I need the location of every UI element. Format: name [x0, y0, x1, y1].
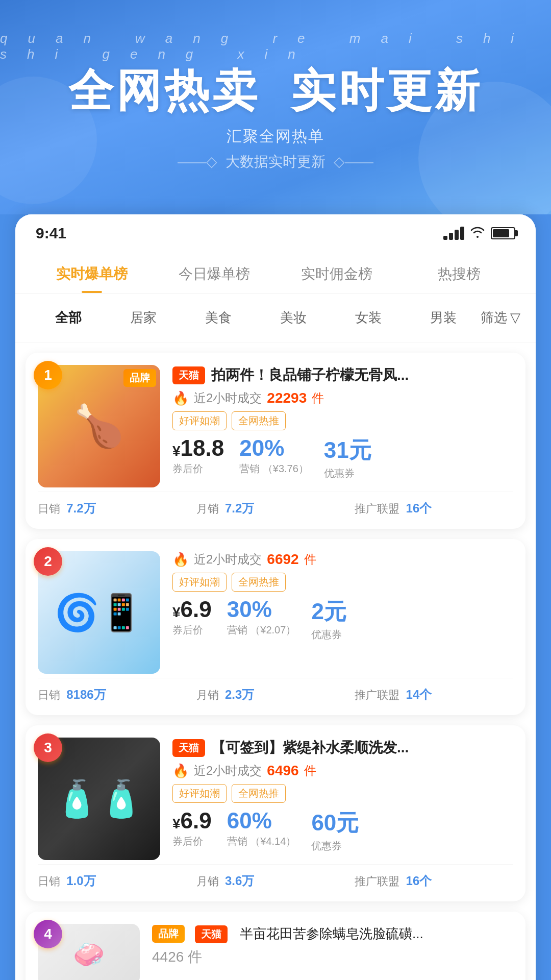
hero-section: quan wang re mai shi shi geng xin 全网热卖 实…: [0, 0, 551, 214]
tag-hot-recommend-3: 全网热推: [232, 784, 286, 803]
coupon-value-3: 60元: [311, 808, 359, 838]
price-row-1: ¥18.8 券后价 20% 营销 （¥3.76）: [172, 435, 513, 480]
commission-label-1: 营销 （¥3.76）: [239, 462, 309, 476]
product-info-3: 天猫 【可签到】紫缇补水柔顺洗发... 🔥 近2小时成交 6496 件 好评如潮…: [172, 738, 513, 860]
filter-icon: ▽: [510, 310, 520, 326]
product-main-1: 1 🍗 品牌 天猫 拍两件！良品铺子柠檬无骨凤... 🔥 近2小时成交 2229…: [38, 365, 513, 487]
price-row-2: ¥6.9 券后价 30% 营销 （¥2.07）: [172, 597, 513, 642]
tags-row-2: 好评如潮 全网热推: [172, 573, 513, 592]
daily-sales-3: 日销 1.0万: [38, 873, 196, 889]
monthly-sales-2: 月销 2.3万: [196, 687, 355, 703]
coupon-value-1: 31元: [324, 435, 371, 465]
sales-info-2: 🔥 近2小时成交 6692 件: [172, 551, 513, 568]
product-card-4-partial[interactable]: 4 🧼 品牌 天猫 半亩花田苦参除螨皂洗脸硫磺... 4426 件: [26, 912, 525, 980]
tab-today[interactable]: 今日爆单榜: [153, 257, 276, 293]
price-value-2: ¥6.9: [172, 597, 212, 622]
alliance-3: 推广联盟 16个: [355, 873, 513, 889]
partial-platform-badge-4: 天猫: [195, 925, 228, 943]
category-food[interactable]: 美食: [181, 304, 256, 332]
category-home[interactable]: 居家: [106, 304, 181, 332]
tab-commission[interactable]: 实时佣金榜: [276, 257, 398, 293]
product-info-1: 天猫 拍两件！良品铺子柠檬无骨凤... 🔥 近2小时成交 22293 件 好评如…: [172, 365, 513, 487]
commission-label-3: 营销 （¥4.14）: [227, 835, 296, 848]
product-image-wrap-1: 1 🍗 品牌: [38, 365, 160, 487]
category-men[interactable]: 男装: [406, 304, 481, 332]
monthly-sales-3: 月销 3.6万: [196, 873, 355, 889]
alliance-1: 推广联盟 16个: [355, 500, 513, 517]
hero-title: 全网热卖 实时更新: [68, 66, 483, 116]
product-card-2[interactable]: 2 🌀📱 🔥 近2小时成交 6692 件 好评如潮 全网热推: [26, 539, 525, 715]
partial-platform-row-4: 品牌 天猫 半亩花田苦参除螨皂洗脸硫磺...: [152, 924, 513, 943]
tab-search[interactable]: 热搜榜: [398, 257, 520, 293]
stats-row-3: 日销 1.0万 月销 3.6万 推广联盟 16个: [38, 864, 513, 889]
tag-good-review-3: 好评如潮: [172, 784, 227, 803]
price-row-3: ¥6.9 券后价 60% 营销 （¥4.14）: [172, 808, 513, 853]
partial-sales-4: 4426 件: [152, 947, 513, 967]
partial-brand-tag-4: 品牌: [152, 925, 185, 943]
commission-label-2: 营销 （¥2.07）: [227, 623, 296, 637]
hero-divider: 大数据实时更新: [178, 152, 373, 172]
sales-info-3: 🔥 近2小时成交 6496 件: [172, 763, 513, 779]
price-value-1: ¥18.8: [172, 435, 224, 461]
product-info-2: 🔥 近2小时成交 6692 件 好评如潮 全网热推 ¥6.9: [172, 551, 513, 674]
main-card: 9:41 实时爆单榜 今日爆单: [15, 214, 536, 980]
commission-block-2: 30% 营销 （¥2.07）: [227, 597, 296, 637]
commission-value-1: 20%: [239, 435, 284, 461]
sales-unit-1: 件: [312, 390, 324, 406]
product-card-3[interactable]: 3 🧴🧴 天猫 【可签到】紫缇补水柔顺洗发... 🔥 近2小时成交 6496 件: [26, 725, 525, 901]
product-main-3: 3 🧴🧴 天猫 【可签到】紫缇补水柔顺洗发... 🔥 近2小时成交 6496 件: [38, 738, 513, 860]
rank-badge-3: 3: [34, 733, 62, 762]
price-label-1: 券后价: [172, 462, 203, 476]
price-label-2: 券后价: [172, 623, 203, 637]
status-icons: [443, 226, 515, 241]
coupon-label-1: 优惠券: [324, 467, 355, 480]
product-main-2: 2 🌀📱 🔥 近2小时成交 6692 件 好评如潮 全网热推: [38, 551, 513, 674]
wifi-icon: [470, 226, 485, 241]
sales-unit-3: 件: [304, 763, 316, 779]
sales-label-1: 近2小时成交: [194, 390, 262, 406]
sales-label-2: 近2小时成交: [194, 551, 262, 568]
platform-title-3: 天猫 【可签到】紫缇补水柔顺洗发...: [172, 738, 513, 757]
coupon-block-2: 2元 优惠券: [311, 597, 346, 642]
platform-title-1: 天猫 拍两件！良品铺子柠檬无骨凤...: [172, 365, 513, 385]
tags-row-3: 好评如潮 全网热推: [172, 784, 513, 803]
tag-hot-recommend-2: 全网热推: [232, 573, 286, 592]
coupon-label-3: 优惠券: [311, 839, 342, 853]
category-bar: 全部 居家 美食 美妆 女装 男装 筛选 ▽: [15, 293, 536, 342]
price-block-1: ¥18.8 券后价: [172, 435, 224, 476]
hero-pinyin: quan wang re mai shi shi geng xin: [0, 31, 551, 62]
commission-block-1: 20% 营销 （¥3.76）: [239, 435, 309, 476]
product-image-wrap-3: 3 🧴🧴: [38, 738, 160, 860]
commission-value-3: 60%: [227, 808, 272, 834]
category-all[interactable]: 全部: [31, 304, 106, 332]
monthly-sales-1: 月销 7.2万: [196, 500, 355, 517]
price-label-3: 券后价: [172, 835, 203, 848]
fire-icon-1: 🔥: [172, 390, 189, 406]
tab-realtime[interactable]: 实时爆单榜: [31, 257, 153, 293]
price-block-2: ¥6.9 券后价: [172, 597, 212, 637]
coupon-value-2: 2元: [311, 597, 346, 627]
category-beauty[interactable]: 美妆: [256, 304, 331, 332]
sales-info-1: 🔥 近2小时成交 22293 件: [172, 390, 513, 406]
fire-icon-3: 🔥: [172, 763, 189, 779]
main-tabs: 实时爆单榜 今日爆单榜 实时佣金榜 热搜榜: [15, 247, 536, 293]
commission-block-3: 60% 营销 （¥4.14）: [227, 808, 296, 848]
filter-button[interactable]: 筛选 ▽: [481, 309, 520, 327]
sales-count-2: 6692: [267, 551, 298, 568]
coupon-label-2: 优惠券: [311, 628, 342, 642]
platform-badge-1: 天猫: [172, 366, 205, 384]
tag-good-review-1: 好评如潮: [172, 411, 227, 430]
coupon-block-1: 31元 优惠券: [324, 435, 371, 480]
category-women[interactable]: 女装: [331, 304, 406, 332]
sales-label-3: 近2小时成交: [194, 763, 262, 779]
sales-count-1: 22293: [267, 390, 307, 406]
products-list: 1 🍗 品牌 天猫 拍两件！良品铺子柠檬无骨凤... 🔥 近2小时成交 2229…: [15, 353, 536, 901]
tags-row-1: 好评如潮 全网热推: [172, 411, 513, 430]
status-bar: 9:41: [15, 214, 536, 247]
product-card-1[interactable]: 1 🍗 品牌 天猫 拍两件！良品铺子柠檬无骨凤... 🔥 近2小时成交 2229…: [26, 353, 525, 529]
partial-image-wrap-4: 4 🧼: [38, 924, 140, 980]
commission-value-2: 30%: [227, 597, 272, 622]
sales-unit-2: 件: [304, 551, 316, 568]
platform-badge-3: 天猫: [172, 739, 205, 757]
brand-tag-1: 品牌: [123, 369, 156, 387]
